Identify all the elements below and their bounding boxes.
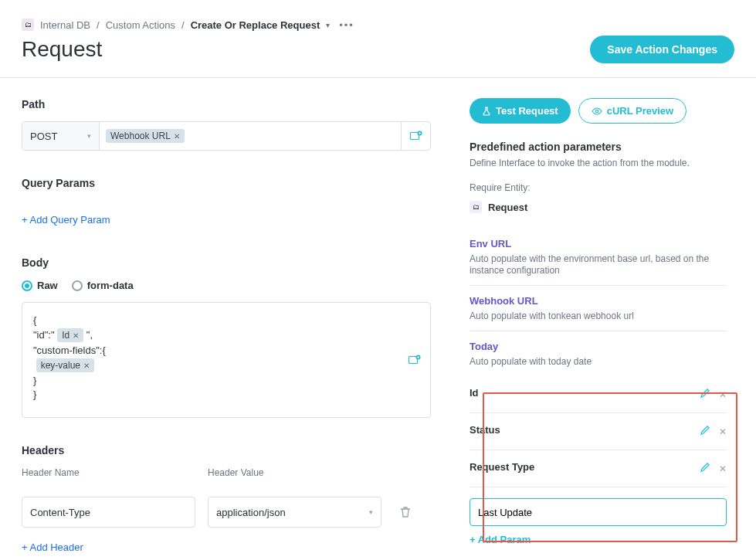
body-line: "custom-fields":{ [33,344,419,356]
http-method-value: POST [30,131,57,142]
param-row-id: Id ✕ [470,376,727,412]
param-title: Webhook URL [470,295,727,307]
param-title: Request Type [470,461,534,473]
chevron-down-icon: ▾ [87,132,91,140]
breadcrumb-sep: / [97,19,100,31]
edit-param-button[interactable] [700,463,710,474]
body-radio-raw[interactable]: Raw [22,280,58,291]
more-actions-icon[interactable]: ••• [336,19,358,31]
add-query-param-link[interactable]: + Add Query Param [22,214,110,226]
predefined-params-subtitle: Define Interface to invoke the action fr… [470,158,727,168]
breadcrumb-current[interactable]: Create Or Replace Request [191,19,320,31]
insert-variable-button[interactable] [405,351,424,369]
remove-param-button[interactable]: ✕ [719,463,727,474]
remove-param-button[interactable]: ✕ [719,426,727,437]
chip-label: Webhook URL [110,131,171,141]
entity-icon: 🗂 [470,201,482,213]
path-chip-webhook-url[interactable]: Webhook URL ✕ [106,129,185,143]
path-input[interactable]: Webhook URL ✕ [100,122,401,150]
body-text: "id":" [33,329,57,341]
headers-label: Headers [22,444,432,456]
chip-label: key-value [41,360,80,371]
body-type-radios: Raw form-data [22,280,432,291]
chip-remove-icon[interactable]: ✕ [174,132,180,141]
query-params-label: Query Params [22,177,432,189]
entity-row: 🗂 Request [470,201,727,213]
new-param-name-input[interactable] [470,498,727,526]
body-line: { [33,314,419,326]
breadcrumb: 🗂 Internal DB / Custom Actions / Create … [0,0,756,31]
body-radio-form-data[interactable]: form-data [72,280,134,291]
chevron-down-icon[interactable]: ▾ [326,21,330,29]
add-header-link[interactable]: + Add Header [22,541,83,553]
app-logo-icon: 🗂 [22,19,34,31]
radio-icon [72,280,83,291]
path-label: Path [22,98,432,110]
svg-point-4 [595,110,598,112]
body-line: key-value✕ [33,358,419,372]
body-line: } [33,375,419,386]
param-title: Today [470,341,727,352]
radio-label: form-data [87,280,134,291]
test-request-button[interactable]: Test Request [470,98,571,124]
param-title: Status [470,424,500,436]
chip-label: Id [62,330,69,341]
entity-name: Request [488,202,527,213]
edit-param-button[interactable] [700,426,710,437]
param-env-url: Env URL Auto populate with the environme… [470,229,727,285]
chip-remove-icon[interactable]: ✕ [83,361,90,370]
chip-remove-icon[interactable]: ✕ [73,331,79,340]
breadcrumb-sep: / [181,19,185,31]
param-desc: Auto populate with tonkean webhook url [470,311,634,321]
radio-icon [22,280,32,291]
param-desc: Auto populate with the environment base … [470,253,709,276]
radio-label: Raw [37,280,58,291]
header-value-label: Header Value [208,467,381,478]
path-box: POST ▾ Webhook URL ✕ [22,121,431,151]
flask-icon [482,107,491,116]
header-name-value: Content-Type [30,507,90,518]
body-editor[interactable]: { "id":" Id✕ ", "custom-fields":{ key-va… [22,302,431,418]
page-title: Request [22,37,102,62]
body-line: } [33,389,419,400]
param-desc: Auto populate with today date [470,356,592,367]
breadcrumb-custom-actions[interactable]: Custom Actions [106,19,175,31]
param-webhook-url: Webhook URL Auto populate with tonkean w… [470,285,727,331]
button-label: cURL Preview [607,105,673,117]
builtin-params-list: Env URL Auto populate with the environme… [470,229,727,376]
param-title: Id [470,387,479,399]
param-row-status: Status ✕ [470,412,727,450]
delete-header-button[interactable] [394,506,417,518]
save-action-button[interactable]: Save Action Changes [590,36,734,63]
breadcrumb-root[interactable]: Internal DB [40,19,90,31]
param-row-request-type: Request Type ✕ [470,450,727,487]
header-value-value: application/json [216,507,286,518]
http-method-select[interactable]: POST ▾ [22,122,100,150]
require-entity-label: Require Entity: [470,182,727,193]
chevron-down-icon: ▾ [369,508,373,516]
body-text: ", [83,329,93,341]
edit-param-button[interactable] [700,389,710,400]
custom-params-list: Id ✕ Status ✕ Request Type ✕ [470,376,727,545]
header-value-select[interactable]: application/json ▾ [208,497,381,528]
eye-icon [592,107,602,115]
add-param-link[interactable]: + Add Param [470,534,531,545]
curl-preview-button[interactable]: cURL Preview [578,98,687,124]
remove-param-button[interactable]: ✕ [719,389,727,400]
body-chip-id[interactable]: Id✕ [57,328,83,342]
button-label: Test Request [496,105,558,117]
param-today: Today Auto populate with today date [470,331,727,376]
predefined-params-title: Predefined action parameters [470,141,727,153]
param-title: Env URL [470,238,727,249]
body-chip-key-value[interactable]: key-value✕ [36,358,94,372]
body-line: "id":" Id✕ ", [33,328,419,342]
header-name-label: Header Name [22,467,195,478]
header-name-input[interactable]: Content-Type [22,497,195,528]
body-label: Body [22,256,432,269]
insert-variable-button[interactable] [401,122,430,150]
